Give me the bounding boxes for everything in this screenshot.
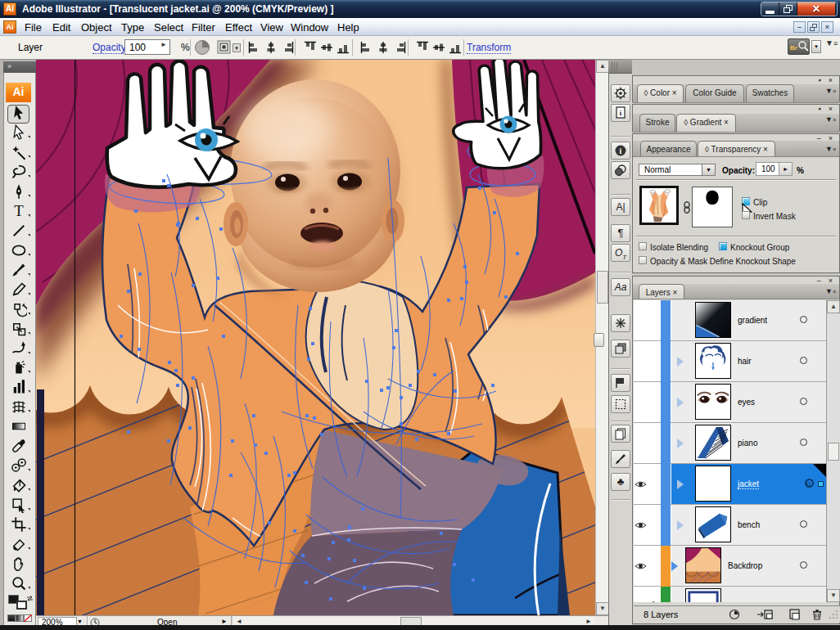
svg-text:i: i (620, 146, 622, 155)
svg-text:T: T (14, 203, 24, 219)
